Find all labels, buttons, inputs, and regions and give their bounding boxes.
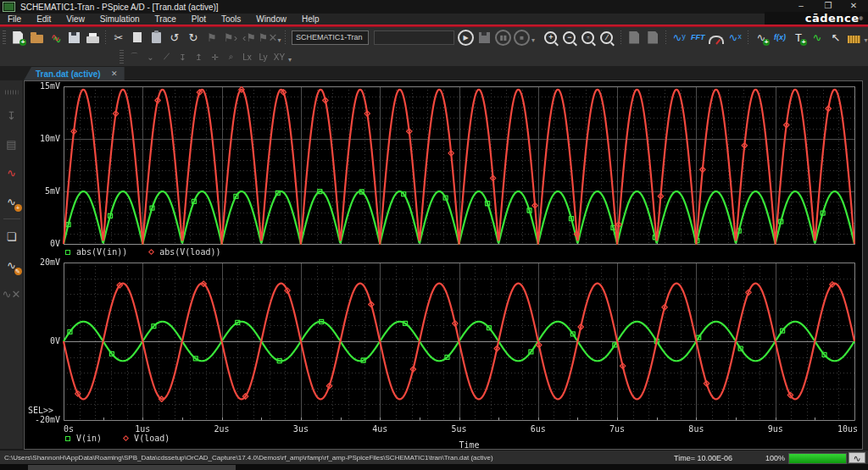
menu-edit[interactable]: Edit	[29, 14, 58, 25]
x-axis-log-icon[interactable]: Lx	[240, 49, 254, 64]
x-axis-tick-label: 4us	[372, 424, 387, 434]
legend-label: abs(V(load))	[159, 247, 220, 257]
menu-help[interactable]: Help	[294, 14, 327, 25]
paste-icon[interactable]	[147, 29, 164, 46]
window-stack-icon[interactable]: ❏	[3, 226, 21, 246]
run-simulation-button[interactable]: ▶	[458, 29, 475, 46]
legend-item-absvload[interactable]: abs(V(load))	[149, 247, 220, 257]
edit-waveform-icon[interactable]: ∿✎	[3, 255, 21, 275]
square-marker-icon	[65, 250, 70, 255]
evaluate-function-icon: f(x)	[774, 33, 786, 41]
cursor-slope-icon[interactable]: ⟋	[159, 49, 174, 64]
copy-to-clipboard-icon[interactable]	[626, 29, 643, 46]
bookmark-previous-icon[interactable]: ‹⚑	[241, 29, 258, 46]
zoom-out-icon[interactable]: −	[562, 29, 579, 46]
print-icon[interactable]	[84, 29, 101, 46]
examine-waveform-icon[interactable]: ∿+	[3, 191, 21, 212]
evaluate-function-icon[interactable]: f(x)	[771, 29, 788, 46]
cursor-search-icon: ⌕	[229, 52, 234, 62]
minimize-button[interactable]: –	[788, 0, 814, 13]
toolbar-separator	[285, 30, 286, 44]
cursor-min-icon[interactable]: ↧	[175, 49, 190, 64]
y-axis-log-icon[interactable]: Ly	[256, 49, 270, 64]
legend-item-vload[interactable]: V(load)	[124, 434, 170, 443]
toolbar-overflow-icon[interactable]: ▾	[864, 30, 868, 44]
cadence-logo: cādence®	[765, 12, 868, 25]
cursor-peak-icon[interactable]: ⌒	[127, 49, 142, 64]
menu-plot[interactable]: Plot	[184, 14, 214, 25]
redo-icon[interactable]: ↻	[185, 29, 202, 46]
performance-analysis-icon[interactable]	[708, 29, 725, 46]
pin-toolbar-icon: ↧	[7, 109, 16, 122]
toolbar-separator	[620, 30, 621, 44]
bookmark-next-icon[interactable]: ⚑›	[222, 29, 239, 46]
toolbar-overflow-icon[interactable]: ▾	[277, 30, 281, 44]
close-button[interactable]: ✕	[841, 0, 866, 13]
cursor-toolbar: ⌒⌄⟋↧↥✛⌕LxLyXY▾	[0, 47, 868, 66]
zoom-fit-icon[interactable]: ∕	[599, 29, 616, 46]
evaluate-measurement-icon[interactable]	[846, 29, 863, 46]
x-axis-title: Time	[459, 440, 480, 450]
simulation-output-icon[interactable]: ∿	[3, 163, 21, 183]
xy-plot-icon[interactable]: XY	[272, 49, 287, 64]
restore-button[interactable]: ❐	[815, 0, 841, 13]
legend-item-absvin[interactable]: abs(V(in))	[65, 247, 127, 257]
x-axis-settings-icon[interactable]: ∿ˣ	[726, 29, 743, 46]
square-marker-icon	[65, 436, 70, 441]
add-text-label-icon[interactable]: T+	[790, 29, 807, 46]
undo-icon[interactable]: ↺	[166, 29, 183, 46]
plus-badge-icon: +	[19, 39, 26, 46]
zoom-in-icon[interactable]: +	[543, 29, 560, 46]
trace-expression-combo[interactable]	[374, 30, 453, 45]
mark-data-points-icon[interactable]: ∿	[809, 29, 826, 46]
copy-window-icon	[648, 31, 658, 44]
bookmark-clear-icon: ⚑✕	[259, 31, 278, 44]
menu-file[interactable]: File	[0, 14, 29, 25]
copy-window-icon[interactable]	[644, 29, 661, 46]
menu-tools[interactable]: Tools	[214, 14, 248, 25]
menu-view[interactable]: View	[58, 14, 92, 25]
punch-document-icon[interactable]: ▤	[3, 134, 21, 154]
waveform-canvas[interactable]	[25, 81, 862, 449]
print-icon	[86, 36, 99, 43]
tab-tran-dat[interactable]: Tran.dat (active) ✕	[24, 67, 125, 80]
cursor-search-icon[interactable]: ⌕	[224, 49, 238, 64]
cursor-trough-icon[interactable]: ⌄	[143, 49, 158, 64]
simulation-profile-combo[interactable]: SCHEMATIC1-Tran	[292, 30, 370, 45]
pause-simulation-button: ▮▮	[495, 30, 511, 46]
open-simulation-results-icon[interactable]: ∿	[47, 29, 64, 46]
open-file-icon[interactable]	[28, 29, 45, 46]
copy-icon[interactable]	[129, 29, 146, 46]
delete-waveform-icon[interactable]: ∿✕	[3, 284, 21, 304]
stop-simulation-button[interactable]: ■	[514, 29, 531, 46]
bookmark-icon[interactable]: ⚑	[203, 29, 220, 46]
tab-close-icon[interactable]: ✕	[109, 69, 120, 78]
xy-plot-icon: XY	[274, 53, 285, 62]
zoom-area-icon[interactable]: ▫	[581, 29, 598, 46]
menu-simulation[interactable]: Simulation	[92, 14, 147, 25]
cursor-trough-icon: ⌄	[147, 53, 153, 62]
cursor-point-icon[interactable]: ✛	[208, 49, 222, 64]
toggle-cursor-icon[interactable]: ↖	[827, 29, 844, 46]
pin-toolbar-icon[interactable]: ↧	[3, 105, 21, 125]
save-simulation-icon[interactable]	[476, 29, 493, 46]
add-trace-icon[interactable]: ∿+	[753, 29, 770, 46]
y-axis-settings-icon[interactable]: ∿ʸ	[670, 29, 687, 46]
pause-simulation-button[interactable]: ▮▮	[495, 29, 512, 46]
toolbar-overflow-icon[interactable]: ▾	[531, 30, 536, 44]
cursor-slope-icon: ⟋	[164, 52, 170, 62]
save-icon[interactable]	[65, 29, 82, 46]
legend-label: abs(V(in))	[76, 247, 127, 257]
cut-icon[interactable]: ✂	[110, 29, 127, 46]
fft-icon[interactable]: FFT	[689, 29, 706, 46]
bookmark-clear-icon[interactable]: ⚑✕	[259, 29, 276, 46]
menu-window[interactable]: Window	[248, 14, 294, 25]
menu-trace[interactable]: Trace	[147, 14, 184, 25]
toolbar-separator	[105, 30, 106, 44]
cursor-max-icon[interactable]: ↥	[192, 49, 206, 64]
x-axis-tick-label: 1us	[135, 424, 150, 434]
legend-item-vin[interactable]: V(in)	[65, 434, 102, 443]
status-waveform-icon: ∿	[849, 452, 865, 463]
orange-badge-icon: +	[14, 204, 22, 212]
new-simulation-icon[interactable]: +	[9, 29, 26, 46]
